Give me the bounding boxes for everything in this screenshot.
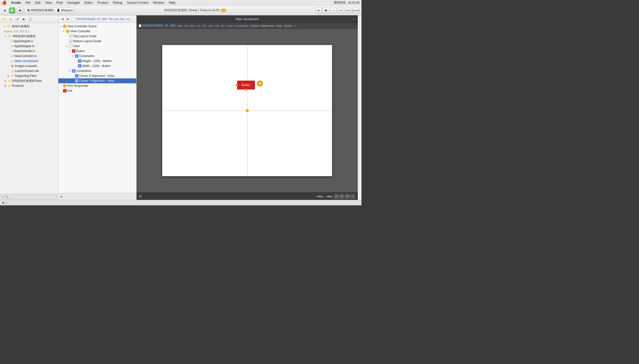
- git-icon-btn[interactable]: ⎇: [15, 16, 20, 22]
- scheme-selector[interactable]: 🏗 009添加约束规则 › 📱 iPhone 6: [25, 7, 75, 14]
- file-item-products[interactable]: 📁 Products: [0, 83, 58, 88]
- tree-item-btn-constraints[interactable]: ⊞ Constraints: [58, 54, 136, 58]
- breakpoint-icon-btn[interactable]: ◆: [21, 16, 26, 22]
- bottom-handle[interactable]: [245, 88, 247, 91]
- menu-find[interactable]: Find: [54, 0, 65, 5]
- menu-xcode[interactable]: Xcode: [9, 0, 23, 5]
- tree-item-first-responder[interactable]: R First Responder: [58, 83, 136, 88]
- right-scrollbar[interactable]: ›: [358, 15, 361, 200]
- file-item-viewcontroller-m[interactable]: m ViewController.m: [0, 54, 58, 58]
- build-button[interactable]: ●: [3, 8, 8, 13]
- bc-6[interactable]: Vie...ller: [215, 24, 225, 27]
- sidebar-toolbar: 📁 ⚠ ⎇ ◆ 📋: [0, 15, 58, 23]
- bc-icon: 📄: [138, 24, 141, 27]
- view-toggle-1[interactable]: ▭: [338, 7, 344, 14]
- file-icon: m: [11, 45, 13, 48]
- tree-item-height[interactable]: ═ Height - (100) - Button: [58, 58, 136, 64]
- button-element[interactable]: Button: [237, 80, 255, 90]
- stop-button[interactable]: ■: [17, 7, 23, 14]
- menu-file[interactable]: File: [23, 0, 33, 5]
- tree-item-scene[interactable]: View Controller Scene: [58, 24, 136, 29]
- view-toggle-3[interactable]: ▭▭▭: [352, 7, 359, 14]
- tree-item-exit[interactable]: X Exit: [58, 88, 136, 93]
- warning-icon-btn[interactable]: ⚠: [8, 16, 14, 22]
- plus-icon[interactable]: ＋: [2, 195, 4, 199]
- bc-2[interactable]: 00...规则: [165, 24, 175, 28]
- file-label: Products: [12, 84, 24, 88]
- left-handle[interactable]: [236, 84, 238, 86]
- layout-toggle-3[interactable]: ↔: [330, 7, 337, 14]
- fullscreen-btn[interactable]: ⤢: [350, 194, 355, 199]
- bc-4[interactable]: Mai...se): [190, 24, 200, 27]
- file-item-launchscreen[interactable]: ⬜ LaunchScreen.xib: [0, 68, 58, 74]
- menu-product[interactable]: Product: [95, 0, 110, 5]
- canvas-content[interactable]: › Button ⊞: [137, 29, 358, 192]
- bc-project[interactable]: 009添加约束规则: [142, 24, 163, 28]
- forward-button[interactable]: ▶: [66, 17, 70, 21]
- file-label: Main.storyboard: [15, 59, 38, 63]
- zoom-fit-btn[interactable]: ⊡: [334, 194, 339, 199]
- folder-icon-btn[interactable]: 📁: [2, 16, 7, 22]
- menu-edit[interactable]: Edit: [33, 0, 43, 5]
- tree-item-bottom-layout[interactable]: B Bottom Layout Guide: [58, 39, 136, 44]
- view-toggle-2[interactable]: ▭▭: [345, 7, 351, 14]
- tree-item-view[interactable]: View: [58, 44, 136, 48]
- menu-help[interactable]: Help: [167, 0, 177, 5]
- file-item-project[interactable]: 📁 009添加约束规则: [0, 34, 58, 39]
- breadcrumb-sub[interactable]: Mai...se): [120, 18, 130, 20]
- zoom-in-btn[interactable]: ⊞: [339, 194, 344, 199]
- tree-arrow-icon: [7, 74, 10, 77]
- menu-window[interactable]: Window: [151, 0, 166, 5]
- apple-menu[interactable]: 🍎: [2, 0, 7, 5]
- report-icon-btn[interactable]: 📋: [27, 16, 33, 22]
- run-button[interactable]: ▶: [9, 7, 15, 14]
- breadcrumb-project[interactable]: 009添加约束规则: [76, 17, 95, 21]
- layout-icon: B: [69, 40, 73, 43]
- tree-item-button[interactable]: B Button: [58, 48, 136, 54]
- back-button[interactable]: ◀: [60, 17, 65, 21]
- size-h-indicator[interactable]: hAny: [326, 195, 332, 198]
- width-label: Width - (100) - Button: [82, 64, 111, 68]
- menu-debug[interactable]: Debug: [111, 0, 124, 5]
- bc-arrow[interactable]: ›: [297, 24, 298, 27]
- tree-item-width[interactable]: ‖ Width - (100) - Button: [58, 64, 136, 68]
- file-item-tests[interactable]: 📁 009添加约束规则Tests: [0, 78, 58, 83]
- breadcrumb-folder[interactable]: 00...规则: [97, 17, 107, 21]
- breadcrumb-file[interactable]: Mai...ard: [109, 18, 118, 20]
- bc-7[interactable]: View: [227, 24, 233, 27]
- menu-navigate[interactable]: Navigate: [65, 0, 82, 5]
- bc-8[interactable]: Constraints: [235, 24, 249, 27]
- tree-item-top-layout[interactable]: T Top Layout Guide: [58, 34, 136, 39]
- add-button[interactable]: ＋: [352, 17, 355, 21]
- file-item-images[interactable]: 🎨 Images.xcassets: [0, 64, 58, 68]
- collapse-arrow[interactable]: ›: [137, 108, 138, 113]
- canvas-footer: ⊞ wAny · hAny ⊡ ⊞ ⊟ ⤢: [137, 192, 358, 200]
- storyboard-view-icon[interactable]: ⊞: [139, 194, 142, 198]
- bc-3[interactable]: Mai...ard: [177, 24, 188, 27]
- file-item-supporting[interactable]: 📁 Supporting Files: [0, 74, 58, 78]
- file-item-targets[interactable]: targets, iOS SDK 8.1: [0, 29, 58, 34]
- tree-item-vc[interactable]: V View Controller: [58, 29, 136, 34]
- tree-item-center-y[interactable]: ⊡ Center Y Alignment - View...: [58, 78, 136, 83]
- warning-badge: ⚠ 1: [221, 9, 226, 12]
- collapse-right-btn[interactable]: ›: [359, 16, 360, 19]
- arrow-icon: [71, 54, 74, 58]
- menu-source-control[interactable]: Source Control: [125, 0, 150, 5]
- file-item-viewcontroller-h[interactable]: h ViewController.h: [0, 48, 58, 54]
- layout-toggle-2[interactable]: ◉: [323, 7, 329, 14]
- file-item-root[interactable]: 📁 添加约束规则: [0, 24, 58, 29]
- tree-arrow-icon: [4, 79, 7, 82]
- scene-dot-icon: [63, 24, 67, 28]
- tree-item-center-x[interactable]: ⊡ Center X Alignment - View...: [58, 74, 136, 78]
- tree-item-view-constraints[interactable]: ⊞ Constraints: [58, 68, 136, 74]
- filter-icon[interactable]: 🔍: [5, 196, 9, 198]
- menu-view[interactable]: View: [43, 0, 54, 5]
- bc-5[interactable]: Vie...ene: [202, 24, 213, 27]
- file-item-appdelegate-m[interactable]: m AppDelegate.m: [0, 44, 58, 48]
- file-item-appdelegate-h[interactable]: h AppDelegate.h: [0, 39, 58, 44]
- size-w-indicator[interactable]: wAny: [316, 195, 323, 198]
- menu-editor[interactable]: Editor: [82, 0, 95, 5]
- file-item-main-storyboard[interactable]: ⬜ Main.storyboard: [0, 58, 58, 64]
- zoom-out-btn[interactable]: ⊟: [345, 194, 350, 199]
- layout-toggle-1[interactable]: ≡: [315, 7, 322, 14]
